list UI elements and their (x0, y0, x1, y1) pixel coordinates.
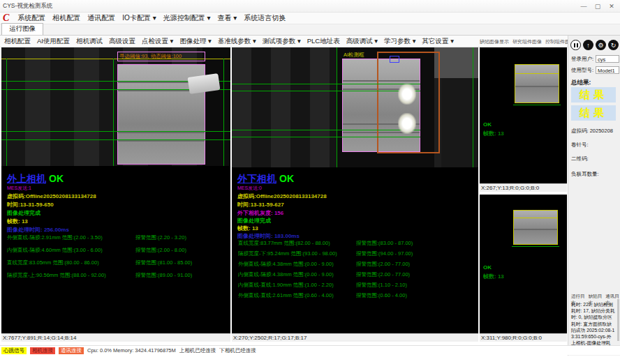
barcode-text: 虚拟码:Offline20250208133134728 (7, 192, 96, 200)
upload-button[interactable]: ↑ (583, 40, 593, 50)
time-text: 时间:13-31-59-627 (237, 201, 284, 208)
header-defect-image[interactable]: 缺陷图像显示 (480, 38, 509, 45)
menu-item-io-config[interactable]: IO卡配置 ▾ (122, 13, 156, 23)
highlight-blob (398, 113, 416, 134)
camera-view-lower[interactable]: AI检测框 外下相机OK MES发送:0 虚拟码:Offline20250208… (232, 47, 478, 333)
ai-box-label: AI检测框 (344, 52, 364, 59)
total-result-label: 总结果: (571, 79, 591, 87)
green-measure-line (232, 137, 420, 137)
green-vertical-line (473, 47, 473, 167)
toolbar-ai-use-config[interactable]: AI使用配置 (37, 37, 70, 46)
tab-run-image[interactable]: 运行图像 (1, 23, 43, 35)
camera-view-upper[interactable]: 寻边阈值:93, 动态阈值:100 外上相机OK MES发送:1 虚拟码:Off… (1, 47, 230, 333)
side-panel: ↑ ⚙ ↻ 登录用户: cys 使用型号: Model1 总结果: 结果 结果 … (568, 36, 620, 356)
measure-row: 外侧直线-隔膜:4.38mm 范围:(0.00 - 9.00) (238, 261, 334, 268)
header-research-image[interactable]: 研究组件图像 (512, 38, 542, 45)
toolbar-advanced-settings[interactable]: 高级设置 (109, 37, 135, 46)
green-vertical-line (223, 59, 224, 166)
refresh-icon: ↻ (611, 42, 617, 49)
camera-name: 外上相机 (7, 173, 46, 184)
toolbar-baseline-params[interactable]: 基准线参数 ▾ (218, 37, 256, 46)
small-ok-status: OK (483, 264, 492, 271)
pause-button[interactable] (570, 40, 581, 50)
tab-strip: 运行图像 (0, 24, 620, 36)
arrow-up-icon: ↑ (586, 42, 590, 49)
menu-item-language[interactable]: 系统语言切换 (244, 13, 286, 23)
alarm-range: 报警范围:(1.10 - 2.10) (356, 282, 407, 289)
cpu-memory-text: Cpu: 0.0% Memory: 3424.41796875M (87, 347, 176, 354)
close-button[interactable]: ✕ (605, 0, 619, 13)
alarm-range: 报警范围:(81.00 - 85.00) (135, 259, 192, 266)
menu-item-system-config[interactable]: 系统配置 (17, 13, 45, 23)
camera-result-line: 外下相机OK (237, 173, 294, 185)
toolbar-plc-address[interactable]: PLC地址表 (307, 37, 340, 46)
menu-item-view[interactable]: 查看 ▾ (218, 13, 237, 23)
small-view-header: 缺陷图像显示 研究组件图像 控制组件图像 (480, 37, 567, 47)
toolbar-spot-check[interactable]: 点检设置 ▾ (142, 37, 173, 46)
model-field[interactable]: Model1 (596, 66, 619, 74)
coords-small-top: X:267;Y:13;R:0;G:0;B:0 (480, 183, 567, 192)
small-view-top[interactable]: OK 帧数: 13 (480, 47, 567, 183)
camera-image-lower: AI检测框 (232, 47, 478, 167)
process-time-text: 图像处理时间: 183.00ms (237, 232, 300, 240)
tab-count-label: 负极耳数量: (571, 171, 599, 178)
pin-number-label: 卷针号: (571, 142, 589, 149)
log-scrollbar[interactable] (617, 299, 619, 341)
toolbar-camera-config[interactable]: 相机配置 (4, 37, 31, 46)
menu-bar: C 系统配置 相机配置 通讯配置 IO卡配置 ▾ 光源控制配置 ▾ 查看 ▾ 系… (0, 13, 620, 24)
upper-camera-status: 上相机已经连接 (179, 347, 216, 354)
refresh-button[interactable]: ↻ (608, 40, 619, 50)
result-display-lower: 结果 (571, 105, 616, 121)
green-measure-line (512, 246, 559, 247)
alarm-range: 报警范围:(2.00 - 77.00) (356, 271, 410, 278)
alarm-range: 报警范围:(83.00 - 87.00) (356, 240, 413, 247)
green-measure-line (513, 105, 561, 105)
camera-name: 外下相机 (237, 173, 276, 184)
maximize-button[interactable]: ▢ (591, 0, 605, 13)
mes-status: MES发送:1 (7, 185, 31, 192)
gray-level-text: 外下相机灰度: 156 (237, 209, 283, 217)
green-vertical-line (113, 59, 114, 166)
login-user-field[interactable]: cys (596, 55, 619, 63)
app-window: CYS-视觉检测系统 — ▢ ✕ C 系统配置 相机配置 通讯配置 IO卡配置 … (0, 0, 620, 364)
window-title: CYS-视觉检测系统 (3, 2, 52, 10)
menu-item-camera-config[interactable]: 相机配置 (52, 13, 80, 23)
login-user-label: 登录用户: (571, 56, 593, 63)
frame-count-text: 帧数: 13 (7, 218, 28, 225)
small-ok-status: OK (483, 121, 492, 128)
toolbar-other-settings[interactable]: 其它设置 ▾ (422, 37, 454, 46)
panel-barcode-label: 虚拟码: 20250208 (571, 128, 613, 135)
barcode-text: 虚拟码:Offline20250208133134728 (237, 192, 327, 200)
coords-lower: X:270;Y:2502;R:17;G:17;B:17 (232, 333, 478, 342)
green-measure-line (1, 139, 230, 140)
status-bar: 心跳信号 相机连接 通讯连接 Cpu: 0.0% Memory: 3424.41… (0, 345, 620, 355)
process-done-text: 图像处理完成 (237, 217, 271, 225)
title-bar: CYS-视觉检测系统 (0, 0, 620, 13)
window-controls: — ▢ ✕ (577, 0, 619, 13)
menu-item-light-config[interactable]: 光源控制配置 ▾ (163, 13, 211, 23)
camera-image-upper: 寻边阈值:93, 动态阈值:100 (1, 47, 230, 166)
menu-item-comm-config[interactable]: 通讯配置 (87, 13, 115, 23)
toolbar-test-params[interactable]: 测试项参数 ▾ (263, 37, 301, 46)
toolbar-image-processing[interactable]: 图像处理 ▾ (179, 37, 211, 46)
blue-mark-box (390, 56, 399, 63)
small-frame-count: 帧数: 13 (483, 130, 504, 137)
alarm-range: 报警范围:(2.00 - 8.00) (135, 247, 186, 254)
toolbar-advanced-debug[interactable]: 高级调试 ▾ (346, 37, 378, 46)
qr-code-label: 二维码: (571, 156, 589, 162)
green-measure-line (1, 131, 230, 132)
small-view-bottom[interactable]: OK 帧数: 13 (480, 195, 567, 333)
toolbar-learning-params[interactable]: 学习参数 ▾ (384, 37, 415, 46)
model-row: 使用型号: Model1 (571, 66, 619, 74)
green-measure-line (232, 84, 420, 84)
minimize-button[interactable]: — (577, 0, 591, 13)
camera-link-badge: 相机连接 (30, 347, 55, 354)
settings-button[interactable]: ⚙ (596, 40, 606, 50)
threshold-label: 寻边阈值:93, 动态阈值:100 (117, 52, 205, 61)
app-logo-icon: C (3, 13, 9, 23)
pause-icon (574, 43, 578, 47)
process-done-text: 图像处理完成 (7, 209, 40, 217)
toolbar-camera-debug[interactable]: 相机调试 (76, 37, 103, 46)
measure-row: 直线宽度:83.05mm 范围:(80.00 - 86.00) (7, 259, 99, 266)
alarm-range: 报警范围:(2.00 - 77.00) (356, 261, 410, 268)
